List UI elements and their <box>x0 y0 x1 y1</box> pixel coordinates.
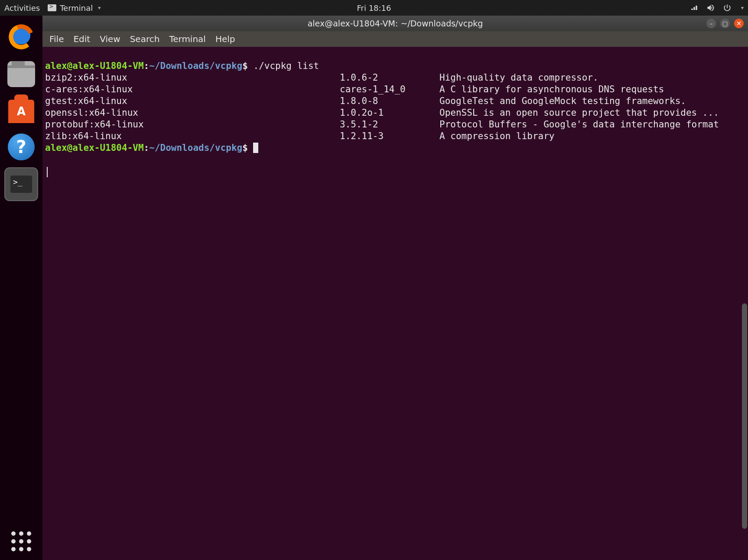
menu-help[interactable]: Help <box>215 34 235 44</box>
menu-file[interactable]: File <box>49 34 64 44</box>
app-menu-label: Terminal <box>60 3 93 13</box>
package-name: c-ares:x64-linux <box>45 84 340 95</box>
dock: ? <box>0 16 42 560</box>
package-name: openssl:x64-linux <box>45 107 340 119</box>
prompt-dollar: $ <box>242 143 248 153</box>
status-area[interactable]: ▾ <box>690 3 744 12</box>
activities-button[interactable]: Activities <box>4 3 40 13</box>
prompt-path: ~/Downloads/vcpkg <box>149 61 242 71</box>
dock-files[interactable] <box>6 59 36 89</box>
terminal-menubar: File Edit View Search Terminal Help <box>42 31 748 47</box>
terminal-icon <box>10 176 32 193</box>
terminal-icon <box>48 4 56 11</box>
cursor-icon <box>253 143 258 153</box>
power-icon <box>723 3 732 12</box>
dock-terminal[interactable] <box>4 167 38 201</box>
package-description: Protocol Buffers - Google's data interch… <box>439 119 745 130</box>
dock-help[interactable]: ? <box>8 133 35 160</box>
package-description: A C library for asynchronous DNS request… <box>439 84 745 95</box>
package-name: protobuf:x64-linux <box>45 119 340 130</box>
dock-firefox[interactable] <box>6 22 36 52</box>
top-bar-left: Activities Terminal ▾ <box>4 3 101 13</box>
menu-terminal[interactable]: Terminal <box>169 34 206 44</box>
package-row: protobuf:x64-linux3.5.1-2Protocol Buffer… <box>45 119 745 130</box>
package-name: zlib:x64-linux <box>45 130 340 142</box>
prompt-colon: : <box>144 143 150 153</box>
package-version: 1.2.11-3 <box>340 130 439 142</box>
package-name: bzip2:x64-linux <box>45 72 340 84</box>
terminal-output[interactable]: alex@alex-U1804-VM:~/Downloads/vcpkg$ ./… <box>42 47 748 560</box>
show-apps-button[interactable] <box>11 531 31 551</box>
package-version: cares-1_14_0 <box>340 84 439 95</box>
package-row: gtest:x64-linux1.8.0-8GoogleTest and Goo… <box>45 95 745 107</box>
package-list: bzip2:x64-linux1.0.6-2High-quality data … <box>45 72 745 142</box>
package-description: OpenSSL is an open source project that p… <box>439 107 745 119</box>
window-titlebar[interactable]: alex@alex-U1804-VM: ~/Downloads/vcpkg – … <box>42 16 748 31</box>
prompt-user-host: alex@alex-U1804-VM <box>45 61 144 71</box>
package-description: High-quality data compressor. <box>439 72 745 84</box>
software-icon <box>8 100 34 123</box>
package-row: zlib:x64-linux1.2.11-3A compression libr… <box>45 130 745 142</box>
package-version: 1.0.2o-1 <box>340 107 439 119</box>
prompt-user-host: alex@alex-U1804-VM <box>45 143 144 153</box>
volume-icon <box>706 3 715 12</box>
gnome-top-bar: Activities Terminal ▾ Fri 18:16 ▾ <box>0 0 748 16</box>
prompt-colon: : <box>144 61 150 71</box>
package-version: 1.0.6-2 <box>340 72 439 84</box>
package-version: 3.5.1-2 <box>340 119 439 130</box>
terminal-window: alex@alex-U1804-VM: ~/Downloads/vcpkg – … <box>42 16 748 560</box>
text-cursor-icon <box>47 167 48 177</box>
entered-command: ./vcpkg list <box>253 61 319 71</box>
window-title: alex@alex-U1804-VM: ~/Downloads/vcpkg <box>308 19 483 28</box>
package-description: GoogleTest and GoogleMock testing framew… <box>439 95 745 107</box>
clock[interactable]: Fri 18:16 <box>357 3 391 13</box>
package-row: openssl:x64-linux1.0.2o-1OpenSSL is an o… <box>45 107 745 119</box>
prompt-dollar: $ <box>242 61 248 71</box>
minimize-button[interactable]: – <box>706 19 716 28</box>
network-icon <box>690 3 699 12</box>
close-button[interactable]: ✕ <box>734 19 744 28</box>
maximize-button[interactable]: ▢ <box>720 19 730 28</box>
package-row: c-ares:x64-linuxcares-1_14_0A C library … <box>45 84 745 95</box>
window-controls: – ▢ ✕ <box>706 19 744 28</box>
package-description: A compression library <box>439 130 745 142</box>
menu-view[interactable]: View <box>100 34 120 44</box>
package-row: bzip2:x64-linux1.0.6-2High-quality data … <box>45 72 745 84</box>
prompt-path: ~/Downloads/vcpkg <box>149 143 242 153</box>
scrollbar[interactable] <box>742 303 747 529</box>
package-version: 1.8.0-8 <box>340 95 439 107</box>
menu-edit[interactable]: Edit <box>73 34 90 44</box>
dock-software[interactable] <box>6 96 36 127</box>
chevron-down-icon: ▾ <box>98 5 101 11</box>
app-menu[interactable]: Terminal ▾ <box>48 3 101 13</box>
menu-search[interactable]: Search <box>130 34 160 44</box>
files-icon <box>7 61 35 87</box>
package-name: gtest:x64-linux <box>45 95 340 107</box>
chevron-down-icon: ▾ <box>741 5 744 11</box>
